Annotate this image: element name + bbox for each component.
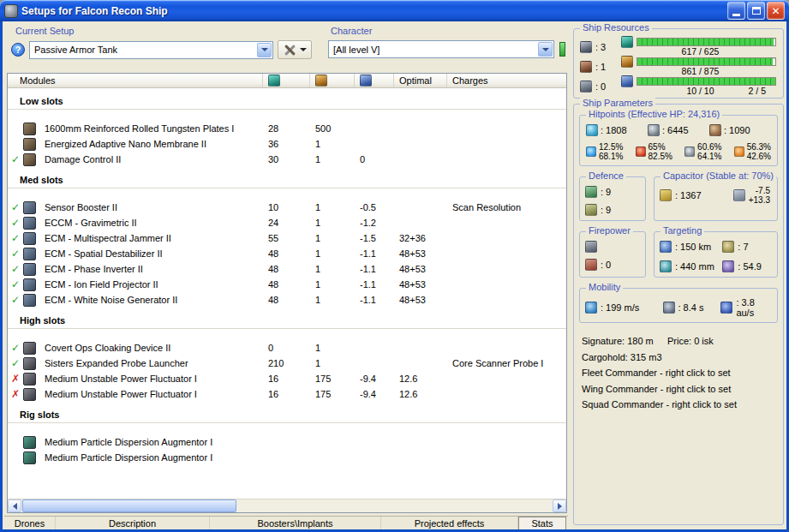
tab-boosters-implants[interactable]: Boosters\Implants	[210, 517, 381, 530]
module-name: ECM - Multispectral Jammer II	[40, 233, 263, 243]
module-row[interactable]: ✓ECM - Spatial Destabilizer II481-1.148+…	[8, 246, 566, 261]
em-armor-resist: 68.1%	[599, 152, 623, 161]
hitpoints-group: Hitpoints (Effective HP: 24,316) : 1808 …	[579, 115, 778, 166]
module-row[interactable]: 1600mm Reinforced Rolled Tungsten Plates…	[8, 121, 566, 136]
armor-hp-icon	[648, 124, 660, 136]
module-type-icon	[23, 278, 36, 291]
module-row[interactable]: Medium Particle Dispersion Augmentor I	[8, 434, 566, 450]
module-powergrid-value: 1	[310, 154, 355, 164]
slot-section-title-high-slots: High slots	[8, 314, 566, 329]
module-name: ECCM - Gravimetric II	[40, 218, 263, 228]
character-select[interactable]: [All level V]	[328, 40, 554, 58]
column-cpu	[263, 74, 310, 87]
modules-table-header[interactable]: Modules Optimal Charges	[8, 74, 566, 88]
module-powergrid-value: 1	[310, 264, 355, 274]
module-row[interactable]: ✓ECCM - Gravimetric II241-1.2	[8, 215, 566, 230]
kinetic-armor-resist: 64.1%	[697, 152, 721, 161]
sensor-strength-icon	[722, 260, 734, 272]
module-row[interactable]: ✓Covert Ops Cloaking Device II01	[8, 340, 566, 356]
close-button[interactable]: ✕	[767, 2, 785, 20]
module-active-check-icon: ✓	[8, 201, 23, 213]
minimize-button[interactable]	[727, 2, 745, 20]
tab-projected-effects[interactable]: Projected effects	[381, 517, 518, 530]
module-name: Damage Control II	[40, 154, 263, 164]
tab-stats[interactable]: Stats	[518, 517, 566, 530]
module-name: Energized Adaptive Nano Membrane II	[40, 139, 263, 149]
module-row[interactable]: ✓Sensor Booster II101-0.5Scan Resolution	[8, 200, 566, 215]
module-row[interactable]: ✗Medium Unstable Power Fluctuator I16175…	[8, 371, 566, 386]
velocity-value: : 199 m/s	[601, 302, 639, 313]
module-cpu-value: 24	[263, 218, 310, 228]
module-capacitor-value: -1.2	[355, 218, 394, 228]
help-icon[interactable]: ?	[11, 43, 25, 57]
shield-hp-value: : 1808	[601, 125, 627, 135]
character-select-arrow-icon[interactable]	[538, 42, 553, 57]
scrollbar-track[interactable]	[21, 499, 553, 512]
module-row[interactable]: Energized Adaptive Nano Membrane II361	[8, 136, 566, 152]
turret-damage-icon	[585, 241, 597, 253]
defence-label: Defence	[586, 170, 626, 181]
titlebar[interactable]: Setups for Falcon Recon Ship ✕	[0, 0, 789, 21]
fleet-commander-slot[interactable]: Fleet Commander - right click to set	[582, 365, 776, 381]
module-powergrid-value: 175	[310, 389, 355, 399]
module-active-check-icon: ✓	[8, 342, 23, 354]
modules-table-body: Low slots1600mm Reinforced Rolled Tungst…	[8, 88, 566, 499]
module-row[interactable]: ✓Sisters Expanded Probe Launcher2101Core…	[8, 356, 566, 371]
align-time-icon	[663, 302, 675, 314]
module-row[interactable]: ✓ECM - White Noise Generator II481-1.148…	[8, 292, 566, 308]
mobility-label: Mobility	[586, 282, 623, 292]
squad-commander-slot[interactable]: Squad Commander - right click to set	[582, 397, 776, 413]
dps-value: : 0	[601, 260, 611, 270]
column-optimal: Optimal	[394, 74, 447, 87]
module-type-icon	[23, 123, 36, 135]
module-cpu-value: 28	[263, 123, 310, 134]
column-modules: Modules	[8, 74, 263, 87]
app-window: Setups for Falcon Recon Ship ✕ Current S…	[0, 0, 789, 532]
module-type-icon	[23, 138, 36, 151]
calibration-bar	[637, 77, 776, 86]
tab-drones[interactable]: Drones	[4, 517, 56, 530]
module-row[interactable]: ✗Medium Unstable Power Fluctuator I16175…	[8, 386, 566, 402]
price-value: Price: 0 isk	[667, 333, 714, 350]
module-row[interactable]: ✓ECM - Ion Field Projector II481-1.148+5…	[8, 277, 566, 292]
setup-tools-button[interactable]	[278, 40, 312, 59]
calibration-usage-value: 10 / 102 / 5	[621, 87, 780, 96]
setup-select-arrow-icon[interactable]	[257, 43, 272, 57]
firepower-group: Firepower : 0	[579, 231, 646, 278]
module-row[interactable]: ✓ECM - Multispectral Jammer II551-1.532+…	[8, 230, 566, 246]
module-row[interactable]: ✓ECM - Phase Inverter II481-1.148+53	[8, 261, 566, 277]
module-type-icon	[23, 201, 36, 214]
modules-panel: Modules Optimal Charges Low slots1600mm …	[7, 73, 567, 513]
scroll-left-button[interactable]	[8, 499, 21, 512]
bottom-tabs: DronesDescriptionBoosters\ImplantsProjec…	[4, 516, 568, 530]
scroll-right-button[interactable]	[553, 499, 566, 512]
maximize-button[interactable]	[747, 2, 765, 20]
setup-select[interactable]: Passive Armor Tank	[29, 41, 273, 59]
slot-section-title-med-slots: Med slots	[8, 174, 566, 188]
module-powergrid-value: 1	[310, 343, 355, 353]
scrollbar-thumb[interactable]	[22, 499, 236, 512]
calibration-icon	[621, 75, 633, 87]
rig-slots-value: : 0	[595, 81, 606, 92]
module-row[interactable]: ✓Damage Control II3010	[8, 152, 566, 167]
module-name: Covert Ops Cloaking Device II	[40, 343, 263, 353]
horizontal-scrollbar[interactable]	[8, 499, 566, 512]
module-capacitor-value: -1.5	[355, 233, 394, 243]
module-active-check-icon: ✓	[8, 232, 23, 244]
kinetic-resist-icon	[684, 146, 695, 157]
module-powergrid-value: 175	[310, 374, 355, 384]
module-capacitor-value: -1.1	[355, 295, 394, 305]
module-powergrid-value: 500	[310, 123, 355, 134]
module-type-icon	[23, 373, 36, 386]
wing-commander-slot[interactable]: Wing Commander - right click to set	[582, 381, 776, 398]
module-powergrid-value: 1	[310, 139, 355, 149]
module-row[interactable]: Medium Particle Dispersion Augmentor I	[8, 450, 566, 465]
targeting-group: Targeting : 150 km : 7 : 440 mm : 54.9	[654, 231, 778, 278]
module-charge-value: Core Scanner Probe I	[447, 358, 566, 368]
module-name: ECM - White Noise Generator II	[40, 295, 263, 305]
explosive-resist-icon	[734, 146, 744, 157]
tab-description[interactable]: Description	[56, 517, 210, 530]
capacitor-label: Capacitor (Stable at: 70%)	[660, 170, 776, 181]
targeting-label: Targeting	[660, 225, 704, 236]
scan-resolution-icon	[660, 260, 672, 272]
